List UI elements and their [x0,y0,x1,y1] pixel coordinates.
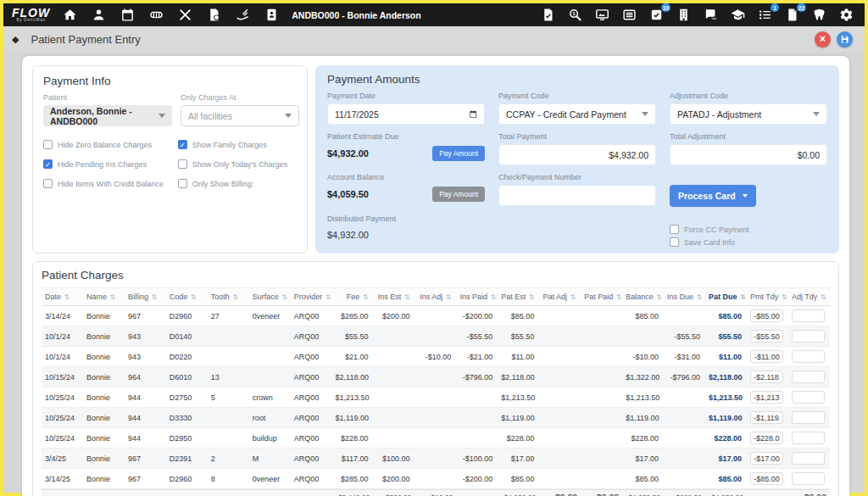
checklist-icon[interactable]: 1 [757,7,773,23]
column-header[interactable]: Adj Tdy ⇅ [788,288,830,306]
charge-row[interactable]: 10/15/24Bonnie964D601013ARQ00$2,118.00-$… [42,367,830,387]
home-icon[interactable] [62,7,78,23]
column-header[interactable]: Ins Paid ⇅ [456,288,498,306]
column-header[interactable]: Pat Adj ⇅ [539,288,581,306]
process-card-button[interactable]: Process Card [670,185,756,207]
column-header[interactable]: Code ⇅ [166,288,208,306]
filter-checkbox[interactable]: Only Show Billing: [178,179,297,188]
settings-icon[interactable] [838,7,854,23]
total-payment-label: Total Payment [498,132,656,141]
payment-today-input[interactable] [750,411,783,424]
filter-checkbox[interactable]: ✓Show Family Charges [178,140,297,149]
column-header[interactable]: Provider ⇅ [291,288,332,306]
contacts-icon[interactable] [264,7,280,23]
adjustment-today-input[interactable] [792,309,825,322]
total-cell [166,490,208,496]
payment-date-field[interactable] [327,103,485,125]
filter-checkbox[interactable]: Show Only Today's Charges [178,159,297,169]
save-button[interactable] [837,31,853,47]
messages-icon[interactable] [703,7,719,23]
facility-select[interactable]: All facilities [181,105,299,126]
charge-row[interactable]: 10/1/24Bonnie943D0140ARQ00$55.50-$55.50$… [42,326,830,347]
billing-icon[interactable] [206,7,222,23]
treatment-icon[interactable] [235,7,251,23]
schedule-icon[interactable] [120,7,136,23]
charge-row[interactable]: 3/14/24Bonnie967D2960270veneerARQ00$285.… [42,306,830,326]
total-payment-field[interactable] [498,144,656,165]
column-header[interactable]: Pat Due ⇅ [705,288,747,306]
total-payment-input[interactable] [506,150,648,160]
charge-row[interactable]: 10/1/24Bonnie943D0220ARQ00$21.00-$10.00-… [42,347,830,367]
payment-today-input[interactable] [750,330,783,343]
charge-row[interactable]: 3/4/25Bonnie967D23912MARQ00$117.00$100.0… [42,449,830,469]
column-header[interactable]: Ins Est ⇅ [374,288,415,306]
report-check-icon[interactable] [540,7,556,23]
charge-cell [581,469,622,489]
column-header[interactable]: Balance ⇅ [622,288,664,306]
tasks-icon[interactable]: 10 [648,7,665,23]
tooth-icon[interactable] [811,7,827,23]
charge-row[interactable]: 3/14/25Bonnie967D296080veneerARQ00$285.0… [42,469,830,489]
filter-checkbox[interactable]: Hide Zero Balance Charges [43,140,173,149]
adjustment-today-input[interactable] [792,452,825,465]
column-header[interactable]: Pat Est ⇅ [498,288,539,306]
payment-today-input[interactable] [750,472,783,485]
column-header[interactable]: Name ⇅ [83,288,125,306]
column-header[interactable]: Ins Due ⇅ [664,288,705,306]
search-dollar-icon[interactable]: $ [567,7,583,23]
charge-row[interactable]: 10/25/24Bonnie944D2950buildupARQ00$228.0… [42,428,830,449]
education-icon[interactable] [730,7,746,23]
cc-option-checkbox[interactable]: Force CC Payment [670,225,827,234]
pay-balance-button[interactable]: Pay Amount [432,187,485,202]
payment-date-input[interactable] [335,109,469,120]
adjustment-today-input[interactable] [792,391,825,404]
ledger-list-icon[interactable] [621,7,637,23]
total-cell [125,490,166,496]
column-header[interactable]: Surface ⇅ [249,288,291,306]
payment-today-input[interactable] [750,391,783,404]
pay-estimate-button[interactable]: Pay Amount [432,146,485,161]
adjustment-today-input[interactable] [792,371,825,383]
charge-cell: $11.00 [498,347,539,367]
check-number-field[interactable] [498,185,656,206]
cc-option-checkbox[interactable]: Save Card Info [670,237,827,247]
adjustment-today-input[interactable] [792,330,825,343]
column-header[interactable]: Billing ⇅ [125,288,166,306]
adjustment-code-select[interactable]: PATADJ - Adjustment [670,103,827,125]
adjustment-today-input[interactable] [792,411,825,424]
charge-cell: D0220 [166,347,208,367]
close-button[interactable]: × [815,31,831,47]
patient-icon[interactable] [91,7,107,23]
column-header[interactable]: Date ⇅ [42,288,83,306]
charge-row[interactable]: 10/25/24Bonnie944D27505crownARQ00$1,213.… [42,387,830,408]
check-number-input[interactable] [506,191,648,201]
column-header[interactable]: Pat Paid ⇅ [581,288,622,306]
filter-checkbox[interactable]: ✓Hide Pending Ins Charges [43,159,173,169]
payment-today-input[interactable] [750,371,783,383]
dentures-icon[interactable] [148,7,164,23]
adjustment-today-input[interactable] [792,432,825,444]
payment-today-input[interactable] [750,350,783,363]
flow-logo[interactable]: FLOW By DentiMax [12,7,50,23]
payment-today-input[interactable] [750,309,783,322]
column-header[interactable]: Ins Adj ⇅ [415,288,456,306]
payment-today-input[interactable] [750,432,783,444]
column-header[interactable]: Fee ⇅ [332,288,374,306]
office-icon[interactable] [676,7,692,23]
charge-row[interactable]: 10/25/24Bonnie944D3330rootARQ00$1,119.00… [42,408,830,428]
adjustment-today-input[interactable] [792,472,825,485]
filter-checkbox[interactable]: Hide Items With Credit Balance [43,179,173,188]
adjustment-today-input[interactable] [792,350,825,363]
column-header[interactable]: Pmt Tdy ⇅ [747,288,788,306]
charge-cell: -$21.00 [456,347,498,367]
payment-today-input[interactable] [750,452,783,465]
documents-icon[interactable]: 22 [784,7,800,23]
total-adjustment-input[interactable] [677,150,820,160]
calendar-icon[interactable] [469,109,477,119]
imaging-icon[interactable] [594,7,610,23]
tools-icon[interactable] [177,7,193,23]
payment-code-select[interactable]: CCPAY - Credit Card Payment [498,103,656,125]
total-adjustment-field[interactable] [670,144,827,165]
patient-select[interactable]: Anderson, Bonnie - ANDBO000 [43,105,172,126]
column-header[interactable]: Tooth ⇅ [208,288,249,306]
